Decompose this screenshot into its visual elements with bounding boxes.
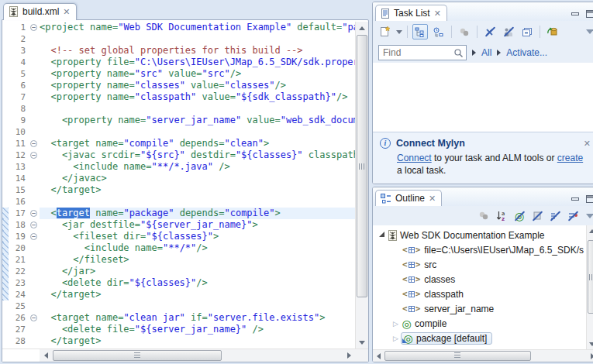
code-text[interactable] [40,33,355,45]
code-line[interactable]: 25 [2,300,355,312]
code-line[interactable]: 9 <property name="server_jar_name" value… [2,115,355,126]
find-box[interactable] [378,45,467,60]
editor-tab-build-xml[interactable]: build.xml ✕ [3,3,77,20]
code-line[interactable]: 15 </target> [2,184,355,196]
outline-horizontal-scrollbar[interactable] [373,349,593,362]
code-line[interactable]: 7 <property name="classpath" value="${sd… [2,91,355,103]
fold-column[interactable]: − [29,138,40,149]
code-area[interactable]: 1−<project name="Web SDK Documentation E… [2,22,355,349]
task-list-tab[interactable]: Task List ✕ [375,5,447,22]
minimize-icon[interactable] [571,11,580,18]
scroll-down-arrow-icon[interactable] [356,336,368,349]
code-text[interactable]: <target name="package" depends="compile"… [40,208,355,219]
hide-imported-elements-button[interactable] [529,208,545,224]
editor-horizontal-scrollbar[interactable] [2,349,368,362]
code-text[interactable]: </target> [40,289,355,300]
code-line[interactable]: 4 <property file="C:\Users\IEUser\JMap_6… [2,57,355,68]
synchronize-button[interactable] [545,24,560,39]
activate-link[interactable]: Activate... [506,47,547,58]
code-text[interactable]: <project name="Web SDK Documentation Exa… [40,22,355,33]
fold-column[interactable]: − [29,312,40,324]
collapse-icon[interactable]: − [30,210,37,217]
code-line[interactable]: 24 </target> [2,289,355,300]
code-line[interactable]: 5 <property name="src" value="src"/> [2,68,355,80]
find-input[interactable] [383,47,453,58]
scheduled-view-button[interactable] [431,24,446,39]
code-text[interactable]: <property name="src" value="src"/> [40,68,355,80]
tree-collapsed-arrow-icon[interactable]: ▷ [391,335,400,342]
code-text[interactable]: <fileset dir="${classes}"> [40,231,355,242]
tree-collapsed-arrow-icon[interactable]: ▷ [391,320,400,328]
scroll-left-arrow-icon[interactable] [373,350,384,362]
outline-item-classes[interactable]: <>classes [373,272,586,287]
scroll-down-arrow-icon[interactable] [587,338,593,349]
outline-item-package-default-[interactable]: ▷◎package [default] [373,331,586,345]
editor-tab-close-icon[interactable]: ✕ [63,8,70,15]
hide-internal-targets-button[interactable]: ◎ [512,208,527,224]
outline-item-classpath[interactable]: <>classpath [373,287,586,301]
outline-view-menu-icon[interactable] [586,214,593,218]
code-line[interactable]: 21 </fileset> [2,254,355,266]
code-text[interactable]: <target name="compile" depends="clean"> [40,138,355,149]
collapse-icon[interactable]: − [30,140,37,147]
code-text[interactable]: <delete file="${server_jar_name}" /> [40,324,355,335]
code-text[interactable]: <property file="C:\Users\IEUser\JMap_6.5… [40,57,355,68]
code-text[interactable]: <javac srcdir="${src}" destdir="${classe… [40,149,355,161]
selected-item-box[interactable]: ◎package [default] [401,332,492,345]
code-line[interactable]: 18− <jar destfile="${server_jar_name}"> [2,219,355,231]
code-line[interactable]: 11− <target name="compile" depends="clea… [2,138,355,149]
code-text[interactable] [40,103,355,115]
categorized-view-button[interactable] [412,24,428,39]
code-line[interactable]: 6 <property name="classes" value="classe… [2,80,355,91]
outline-vertical-scrollbar[interactable] [586,225,593,349]
code-line[interactable]: 28 </target> [2,335,355,347]
code-line[interactable]: 10 [2,126,355,138]
collapse-icon[interactable]: − [30,24,37,31]
connect-link[interactable]: Connect [397,153,432,163]
vscroll-thumb[interactable] [357,35,367,297]
mylyn-close-icon[interactable]: ✕ [584,139,591,147]
code-line[interactable]: 23 <delete dir="${classes}"/> [2,277,355,289]
scroll-right-arrow-icon[interactable] [343,349,355,362]
code-text[interactable]: <!-- set global properties for this buil… [40,45,355,57]
scroll-up-arrow-icon[interactable] [356,22,368,34]
code-text[interactable]: </jar> [40,266,355,277]
code-text[interactable]: <target name="clean jar" if="server.file… [40,312,355,324]
new-task-button[interactable] [377,24,392,39]
new-task-dropdown-icon[interactable] [396,30,402,34]
minimize-icon[interactable] [571,196,580,203]
outline-item-file-c-users-ieuser-jmap-6-5-s[interactable]: <>file=C:\Users\IEUser\JMap_6.5_SDK/s [373,242,586,257]
code-line[interactable]: 14 </javac> [2,173,355,184]
fold-column[interactable]: − [29,149,40,161]
scroll-right-arrow-icon[interactable] [587,350,593,362]
fold-column[interactable]: − [29,231,40,242]
tree-expanded-arrow-icon[interactable] [379,232,384,237]
code-line[interactable]: 22 </jar> [2,266,355,277]
code-text[interactable]: <property name="classes" value="classes"… [40,80,355,91]
code-text[interactable] [40,300,355,312]
code-text[interactable]: <include name="**/*"/> [40,242,355,254]
scroll-up-arrow-icon[interactable] [587,225,593,236]
code-text[interactable]: <include name="**/*.java" /> [40,161,355,173]
maximize-icon[interactable] [586,10,593,18]
scroll-left-arrow-icon[interactable] [40,349,52,362]
code-text[interactable]: </fileset> [40,254,355,266]
code-text[interactable]: </target> [40,335,355,347]
code-text[interactable]: </target> [40,184,355,196]
code-line[interactable]: 17− <target name="package" depends="comp… [2,208,355,219]
code-line[interactable]: 16 [2,196,355,208]
filter-my-tasks-button[interactable] [501,24,516,39]
collapse-icon[interactable]: − [30,233,37,240]
outline-item-web-sdk-documentation-example[interactable]: Web SDK Documentation Example [373,228,586,242]
collapse-all-button[interactable] [519,24,535,39]
focus-on-workweek-button[interactable] [457,24,472,39]
link-with-editor-button[interactable] [476,208,491,224]
code-text[interactable]: <property name="classpath" value="${sdk_… [40,91,355,103]
hscroll-thumb[interactable] [384,351,531,361]
collapse-icon[interactable]: − [30,221,37,228]
code-line[interactable]: 3 <!-- set global properties for this bu… [2,45,355,57]
outline-tab[interactable]: Outline ✕ [375,190,442,207]
collapse-icon[interactable]: − [30,152,37,159]
code-text[interactable] [40,196,355,208]
code-line[interactable]: 13 <include name="**/*.java" /> [2,161,355,173]
